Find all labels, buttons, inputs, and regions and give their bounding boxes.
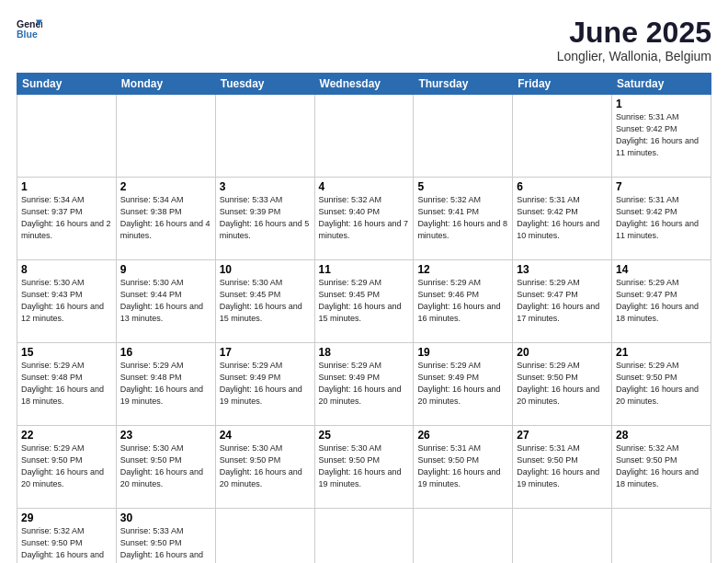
day-info: Sunrise: 5:30 AMSunset: 9:50 PMDaylight:… [120,443,203,488]
day-info: Sunrise: 5:30 AMSunset: 9:50 PMDaylight:… [319,443,402,488]
table-row: 24Sunrise: 5:30 AMSunset: 9:50 PMDayligh… [215,426,314,509]
calendar-week-row: 1Sunrise: 5:31 AMSunset: 9:42 PMDaylight… [17,95,711,178]
svg-text:Blue: Blue [17,29,38,40]
day-number: 16 [120,346,211,359]
table-row: 13Sunrise: 5:29 AMSunset: 9:47 PMDayligh… [513,260,612,343]
table-row: 16Sunrise: 5:29 AMSunset: 9:48 PMDayligh… [116,343,215,426]
table-row: 10Sunrise: 5:30 AMSunset: 9:45 PMDayligh… [215,260,314,343]
day-info: Sunrise: 5:32 AMSunset: 9:41 PMDaylight:… [417,195,507,240]
day-info: Sunrise: 5:31 AMSunset: 9:42 PMDaylight:… [517,195,599,240]
day-info: Sunrise: 5:30 AMSunset: 9:50 PMDaylight:… [220,443,302,488]
subtitle: Longlier, Wallonia, Belgium [557,49,711,63]
table-row [116,95,215,178]
day-info: Sunrise: 5:32 AMSunset: 9:50 PMDaylight:… [21,526,104,563]
table-row [414,95,513,178]
table-row: 29Sunrise: 5:32 AMSunset: 9:50 PMDayligh… [17,509,117,563]
calendar: Sunday Monday Tuesday Wednesday Thursday… [17,73,711,563]
day-number: 28 [616,429,707,442]
table-row: 7Sunrise: 5:31 AMSunset: 9:42 PMDaylight… [612,178,711,260]
day-number: 1 [21,180,112,193]
table-row: 26Sunrise: 5:31 AMSunset: 9:50 PMDayligh… [414,426,513,509]
table-row: 18Sunrise: 5:29 AMSunset: 9:49 PMDayligh… [314,343,414,426]
calendar-week-row: 8Sunrise: 5:30 AMSunset: 9:43 PMDaylight… [17,260,711,343]
day-info: Sunrise: 5:31 AMSunset: 9:50 PMDaylight:… [417,443,500,488]
table-row: 12Sunrise: 5:29 AMSunset: 9:46 PMDayligh… [414,260,513,343]
table-row [215,509,314,563]
day-number: 3 [220,180,311,193]
table-row: 6Sunrise: 5:31 AMSunset: 9:42 PMDaylight… [513,178,612,260]
day-info: Sunrise: 5:29 AMSunset: 9:49 PMDaylight:… [319,361,402,406]
table-row: 27Sunrise: 5:31 AMSunset: 9:50 PMDayligh… [513,426,612,509]
title-block: June 2025 Longlier, Wallonia, Belgium [557,17,711,63]
day-number: 22 [21,429,112,442]
day-number: 17 [220,346,311,359]
col-tuesday: Tuesday [215,74,314,95]
calendar-header-row: Sunday Monday Tuesday Wednesday Thursday… [17,74,711,95]
day-number: 18 [319,346,410,359]
day-number: 25 [319,429,410,442]
header: General Blue June 2025 Longlier, Walloni… [17,17,711,63]
day-info: Sunrise: 5:30 AMSunset: 9:44 PMDaylight:… [120,278,203,323]
day-number: 19 [417,346,508,359]
day-info: Sunrise: 5:33 AMSunset: 9:50 PMDaylight:… [120,526,203,563]
table-row [513,95,612,178]
day-info: Sunrise: 5:32 AMSunset: 9:50 PMDaylight:… [616,443,699,488]
day-number: 2 [120,180,211,193]
day-number: 14 [616,263,707,276]
col-monday: Monday [116,74,215,95]
day-info: Sunrise: 5:33 AMSunset: 9:39 PMDaylight:… [220,195,310,240]
day-number: 10 [220,263,311,276]
table-row [17,95,117,178]
day-number: 1 [616,98,707,110]
day-info: Sunrise: 5:30 AMSunset: 9:45 PMDaylight:… [220,278,302,323]
day-info: Sunrise: 5:31 AMSunset: 9:42 PMDaylight:… [616,195,699,240]
table-row: 1Sunrise: 5:34 AMSunset: 9:37 PMDaylight… [17,178,117,260]
day-info: Sunrise: 5:31 AMSunset: 9:42 PMDaylight:… [616,112,699,157]
day-number: 6 [517,180,608,193]
day-number: 11 [319,263,410,276]
table-row: 5Sunrise: 5:32 AMSunset: 9:41 PMDaylight… [414,178,513,260]
day-info: Sunrise: 5:29 AMSunset: 9:47 PMDaylight:… [517,278,599,323]
table-row: 17Sunrise: 5:29 AMSunset: 9:49 PMDayligh… [215,343,314,426]
day-info: Sunrise: 5:29 AMSunset: 9:48 PMDaylight:… [120,361,203,406]
table-row: 30Sunrise: 5:33 AMSunset: 9:50 PMDayligh… [116,509,215,563]
col-sunday: Sunday [17,74,117,95]
table-row: 4Sunrise: 5:32 AMSunset: 9:40 PMDaylight… [314,178,414,260]
day-number: 8 [21,263,112,276]
table-row: 28Sunrise: 5:32 AMSunset: 9:50 PMDayligh… [612,426,711,509]
day-number: 5 [417,180,508,193]
table-row: 23Sunrise: 5:30 AMSunset: 9:50 PMDayligh… [116,426,215,509]
main-title: June 2025 [557,17,711,49]
table-row: 22Sunrise: 5:29 AMSunset: 9:50 PMDayligh… [17,426,117,509]
day-info: Sunrise: 5:29 AMSunset: 9:50 PMDaylight:… [21,443,104,488]
day-info: Sunrise: 5:29 AMSunset: 9:50 PMDaylight:… [616,361,699,406]
table-row [215,95,314,178]
calendar-week-row: 22Sunrise: 5:29 AMSunset: 9:50 PMDayligh… [17,426,711,509]
day-number: 21 [616,346,707,359]
calendar-week-row: 15Sunrise: 5:29 AMSunset: 9:48 PMDayligh… [17,343,711,426]
day-info: Sunrise: 5:29 AMSunset: 9:46 PMDaylight:… [417,278,500,323]
col-saturday: Saturday [612,74,711,95]
day-number: 26 [417,429,508,442]
day-number: 12 [417,263,508,276]
day-number: 27 [517,429,608,442]
day-info: Sunrise: 5:29 AMSunset: 9:50 PMDaylight:… [517,361,599,406]
table-row [414,509,513,563]
calendar-week-row: 29Sunrise: 5:32 AMSunset: 9:50 PMDayligh… [17,509,711,563]
table-row [612,509,711,563]
col-thursday: Thursday [414,74,513,95]
day-info: Sunrise: 5:34 AMSunset: 9:38 PMDaylight:… [120,195,210,240]
table-row: 8Sunrise: 5:30 AMSunset: 9:43 PMDaylight… [17,260,117,343]
day-number: 29 [21,511,112,524]
day-info: Sunrise: 5:29 AMSunset: 9:49 PMDaylight:… [220,361,302,406]
table-row: 21Sunrise: 5:29 AMSunset: 9:50 PMDayligh… [612,343,711,426]
day-info: Sunrise: 5:31 AMSunset: 9:50 PMDaylight:… [517,443,599,488]
table-row: 19Sunrise: 5:29 AMSunset: 9:49 PMDayligh… [414,343,513,426]
logo: General Blue [17,17,42,42]
table-row: 15Sunrise: 5:29 AMSunset: 9:48 PMDayligh… [17,343,117,426]
day-info: Sunrise: 5:29 AMSunset: 9:49 PMDaylight:… [417,361,500,406]
day-number: 7 [616,180,707,193]
table-row [314,509,414,563]
table-row [513,509,612,563]
day-number: 4 [319,180,410,193]
